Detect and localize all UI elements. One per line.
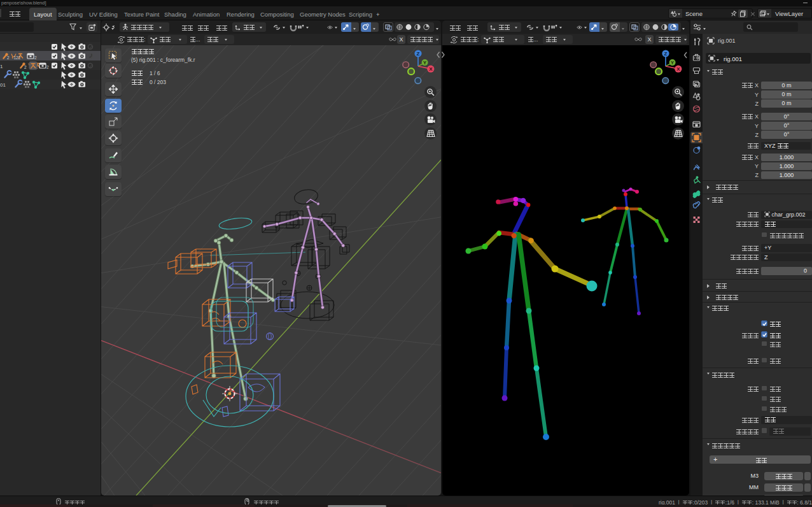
svg-text:Y: Y: [423, 60, 426, 66]
svg-text:Z: Z: [417, 51, 420, 57]
svg-text:01: 01: [0, 82, 6, 88]
svg-text:122: 122: [14, 55, 21, 60]
svg-text:Z: Z: [664, 51, 668, 57]
svg-text:Y: Y: [671, 60, 674, 66]
svg-text:1: 1: [0, 64, 3, 69]
svg-text:X: X: [429, 66, 433, 72]
svg-text:2: 2: [24, 65, 27, 69]
svg-text:X: X: [676, 66, 680, 72]
svg-text:2: 2: [34, 55, 37, 60]
svg-text:2: 2: [46, 65, 49, 69]
